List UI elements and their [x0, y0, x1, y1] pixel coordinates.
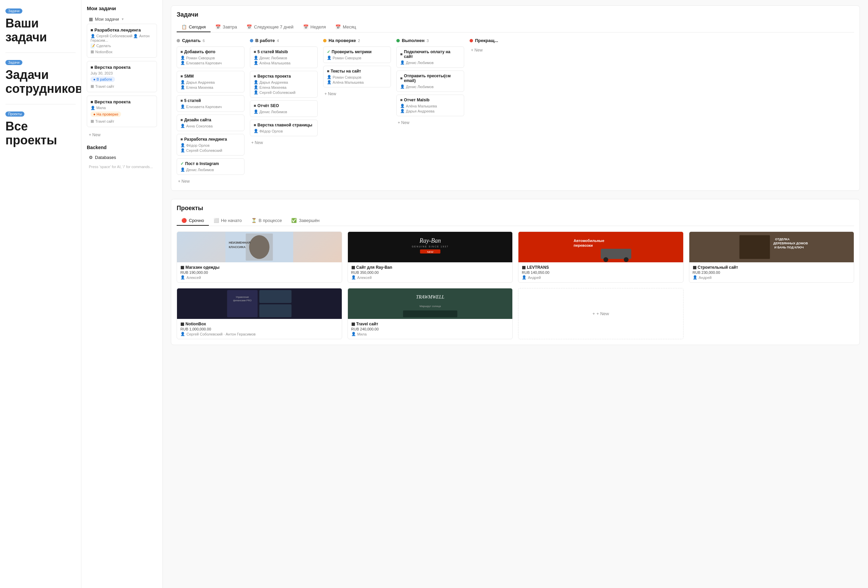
- check-icon: ✓: [180, 161, 184, 166]
- project-card-fashion[interactable]: НЕИЗМЕННАЯ КЛАССИКА ▦ Магазин одежды RUB…: [177, 231, 342, 283]
- card-person: 👤 Роман Скворцов: [327, 75, 387, 79]
- person-icon: 👤: [180, 80, 185, 84]
- task-status-3: ● На проверке: [90, 112, 121, 117]
- projects-section-title: Проекты: [177, 205, 854, 212]
- card-person: 👤 Денис Любимов: [254, 109, 314, 114]
- svg-text:ОТДЕЛКА: ОТДЕЛКА: [775, 237, 789, 241]
- svg-point-15: [624, 257, 629, 262]
- svg-text:Управление: Управление: [236, 296, 249, 299]
- task-card: ■ SMM 👤 Дарья Андреева 👤 Елена Михеева: [177, 71, 245, 93]
- project-user-construction: 👤 Андрей: [693, 275, 851, 280]
- project-card-travel[interactable]: TRAWMWELL Маршрут солнца ▦ Travel сайт R…: [348, 288, 513, 339]
- flag-icon: ■: [180, 118, 183, 122]
- flag-icon: ■: [180, 98, 183, 103]
- column-header-todo: Сделать 6: [177, 38, 245, 43]
- card-title: ■ Отчет Malsib: [400, 97, 461, 102]
- tab-tomorrow[interactable]: 📅 Завтра: [211, 22, 242, 32]
- card-title: ■ 5 статей Malsib: [254, 50, 314, 54]
- tab-next7days[interactable]: 📅 Следующие 7 дней: [242, 22, 298, 32]
- col-label-inprogress: В работе: [255, 38, 275, 43]
- project-icon-3: ▦: [90, 119, 94, 123]
- flag-icon: ■: [180, 74, 183, 79]
- col-label-done: Выполнен: [402, 38, 425, 43]
- column-header-review: На проверке 2: [323, 38, 391, 43]
- databases-item[interactable]: ⚙ Databases: [87, 153, 157, 162]
- card-person: 👤 Анна Соколова: [180, 124, 241, 128]
- user-icon-travel: 👤: [351, 332, 356, 336]
- card-person: 👤 Роман Скворцов: [327, 56, 387, 60]
- project-price-construction: RUB 230,000.00: [693, 270, 851, 274]
- svg-text:КЛАССИКА: КЛАССИКА: [229, 245, 246, 249]
- col-count-done: 3: [427, 38, 428, 43]
- tab-in-progress[interactable]: ⏳ В процессе: [247, 216, 287, 226]
- add-task-todo[interactable]: + New: [177, 178, 245, 185]
- col-label-cancelled: Прекращ...: [475, 38, 498, 43]
- project-name-levtrans: ▦ LEVTRANS: [522, 265, 680, 270]
- task-card: ■ 5 статей Malsib 👤 Денис Любимов 👤 Алён…: [250, 46, 318, 68]
- card-person: 👤 Денис Любимов: [180, 167, 241, 172]
- person-icon: 👤: [254, 80, 258, 84]
- card-person: 👤 Сергей Соболевский: [180, 148, 241, 153]
- project-info-levtrans: ▦ LEVTRANS RUB 140,050.00 👤 Андрей: [518, 262, 683, 282]
- add-task-inprogress[interactable]: + New: [250, 139, 318, 146]
- flag-icon-2: ■: [90, 65, 93, 70]
- project-card-levtrans[interactable]: Автомобильные перевозки ▦ LEVTRANS RUB 1…: [518, 231, 683, 283]
- task-group-2: ■ Верстка проекта July 30, 2023 ● В рабо…: [87, 61, 157, 92]
- card-person: 👤 Роман Скворцов: [180, 56, 241, 60]
- tab-completed[interactable]: ✅ Завершён: [286, 216, 324, 226]
- tab-not-started[interactable]: ⬜ Не начато: [209, 216, 247, 226]
- card-person: 👤 Дарья Андреева: [254, 80, 314, 84]
- flag-icon: ■: [327, 69, 329, 74]
- card-title: ■ Тексты на сайт: [327, 69, 387, 74]
- user-icon-construction: 👤: [693, 275, 697, 280]
- project-price-rayban: RUB 350,000.00: [351, 270, 509, 274]
- project-name-rayban: ▦ Сайт для Ray-Ban: [351, 265, 509, 270]
- tab-week[interactable]: 📅 Неделя: [298, 22, 331, 32]
- svg-point-14: [604, 257, 608, 262]
- tab-urgent[interactable]: 🔴 Срочно: [177, 216, 209, 226]
- card-person: 👤 Дарья Андреева: [180, 80, 241, 84]
- project-info-travel: ▦ Travel сайт RUB 240,000.00 👤 Мила: [348, 319, 513, 339]
- tab-today[interactable]: 📋 Сегодня: [177, 22, 211, 32]
- badge-tasks-1: Задачи: [6, 9, 22, 13]
- col-count-inprogress: 4: [277, 38, 279, 43]
- task-card: ■ Отчет Malsib 👤 Алёна Малышева 👤 Дарья …: [396, 94, 464, 116]
- add-new-project-btn[interactable]: + + New: [518, 288, 683, 339]
- project-info-rayban: ▦ Сайт для Ray-Ban RUB 350,000.00 👤 Алек…: [348, 262, 513, 282]
- person-icon: 👤: [254, 109, 258, 114]
- add-task-review[interactable]: + New: [323, 90, 391, 97]
- card-title: ✓ Проверить метрики: [327, 50, 387, 54]
- card-person: 👤 Алёна Малышева: [327, 80, 387, 84]
- tasks-section-title: Задачи: [177, 11, 854, 18]
- project-card-rayban[interactable]: Ray-Ban GENUINE SINCE 1937 NEW ▦ Сайт дл…: [348, 231, 513, 283]
- task-status-2: ● В работе: [90, 77, 115, 82]
- add-new-task-btn[interactable]: + New: [87, 130, 157, 139]
- card-title: ■ Отчёт SEO: [254, 103, 314, 108]
- user-icon-levtrans: 👤: [522, 275, 527, 280]
- person-icon: 👤: [254, 129, 258, 133]
- main-content: Задачи 📋 Сегодня 📅 Завтра 📅 Следующие 7 …: [163, 0, 868, 588]
- col-label-todo: Сделать: [182, 38, 201, 43]
- person-icon: 👤: [180, 148, 185, 153]
- column-review: На проверке 2 ✓ Проверить метрики 👤 Рома…: [323, 38, 391, 185]
- svg-text:И БАНЬ ПОД КЛЮЧ: И БАНЬ ПОД КЛЮЧ: [774, 246, 804, 249]
- nav-my-tasks[interactable]: ▦ Мои задачи ▾: [87, 15, 157, 23]
- project-card-construction[interactable]: ОТДЕЛКА ДЕРЕВЯННЫХ ДОМОВ И БАНЬ ПОД КЛЮЧ…: [689, 231, 855, 283]
- dot-review: [323, 39, 326, 42]
- add-task-cancelled[interactable]: + New: [469, 46, 537, 54]
- in-progress-icon: ⏳: [251, 218, 257, 223]
- completed-icon: ✅: [291, 218, 297, 223]
- backend-title: Backend: [87, 145, 157, 150]
- project-card-notionbox[interactable]: Управление финансами PRO ▦ NotionBox RUB…: [177, 288, 342, 339]
- person-icon: 👤: [180, 60, 185, 65]
- person-icon: 👤: [180, 124, 185, 128]
- task-card: ■ Дизайн сайта 👤 Анна Соколова: [177, 115, 245, 131]
- card-person: 👤 Дарья Андреева: [400, 109, 461, 113]
- add-task-done[interactable]: + New: [396, 119, 464, 127]
- tab-month[interactable]: 📅 Месяц: [331, 22, 361, 32]
- person-icon: 👤: [180, 167, 185, 172]
- heading-your-tasks: Ваши задачи: [6, 16, 75, 44]
- divider-1: [6, 53, 75, 53]
- task-card: ■ Разработка лендинга 👤 Фёдор Орлов 👤 Се…: [177, 134, 245, 156]
- task-group-persons-1: 👤 Сергей Соболевский 👤 Антон Герасим...: [90, 34, 153, 42]
